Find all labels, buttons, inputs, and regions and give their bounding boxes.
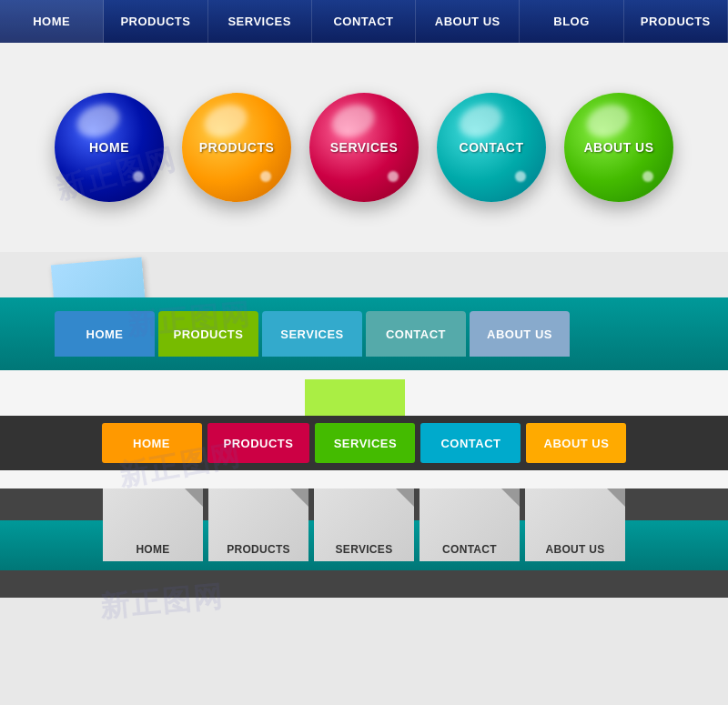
globe-nav-section: HOME PRODUCTS SERVICES CONTACT ABOUT US <box>0 43 728 252</box>
top-nav-home[interactable]: HOME <box>0 0 104 43</box>
top-nav-products[interactable]: PRODUCTS <box>104 0 207 43</box>
paper-tab-contact[interactable]: CONTACT <box>420 488 520 561</box>
ribbon-bar: HOME PRODUCTS SERVICES CONTACT ABOUT US <box>0 297 728 370</box>
globe-contact-button[interactable]: CONTACT <box>437 93 546 202</box>
flat-nav-section: HOME PRODUCTS SERVICES CONTACT ABOUT US <box>0 370 728 488</box>
paper-tab-home[interactable]: HOME <box>103 488 203 561</box>
ribbon-home-button[interactable]: HOME <box>55 311 155 357</box>
top-nav-products2[interactable]: PRODUCTS <box>624 0 728 43</box>
flat-services-button[interactable]: SERVICES <box>315 423 415 463</box>
top-nav-services[interactable]: SERVICES <box>208 0 312 43</box>
paper-tabs-wrapper: HOME PRODUCTS SERVICES CONTACT ABOUT US <box>0 488 728 561</box>
globe-aboutus-button[interactable]: ABOUT US <box>564 93 673 202</box>
top-nav-aboutus[interactable]: ABOUT US <box>416 0 520 43</box>
ribbon-aboutus-button[interactable]: ABOUT US <box>470 311 570 357</box>
paper-tab-services[interactable]: SERVICES <box>314 488 414 561</box>
ribbon-services-button[interactable]: SERVICES <box>262 311 362 357</box>
flat-aboutus-button[interactable]: ABOUT US <box>526 423 626 463</box>
paper-nav-section: HOME PRODUCTS SERVICES CONTACT ABOUT US <box>0 488 728 598</box>
flat-home-button[interactable]: HOME <box>102 423 202 463</box>
globe-services-button[interactable]: SERVICES <box>309 93 419 202</box>
flat-bar: HOME PRODUCTS SERVICES CONTACT ABOUT US <box>0 416 728 470</box>
ribbon-nav-section: HOME PRODUCTS SERVICES CONTACT ABOUT US <box>0 252 728 370</box>
top-nav-contact[interactable]: CONTACT <box>312 0 416 43</box>
top-navigation: HOME PRODUCTS SERVICES CONTACT ABOUT US … <box>0 0 728 43</box>
paper-tab-products[interactable]: PRODUCTS <box>208 488 308 561</box>
globe-products-button[interactable]: PRODUCTS <box>182 93 291 202</box>
flat-products-button[interactable]: PRODUCTS <box>207 423 310 463</box>
ribbon-products-button[interactable]: PRODUCTS <box>158 311 258 357</box>
ribbon-contact-button[interactable]: CONTACT <box>366 311 466 357</box>
flat-contact-button[interactable]: CONTACT <box>420 423 521 463</box>
top-nav-blog[interactable]: BLOG <box>520 0 623 43</box>
globe-home-button[interactable]: HOME <box>55 93 164 202</box>
paper-tab-aboutus[interactable]: ABOUT US <box>525 488 625 561</box>
